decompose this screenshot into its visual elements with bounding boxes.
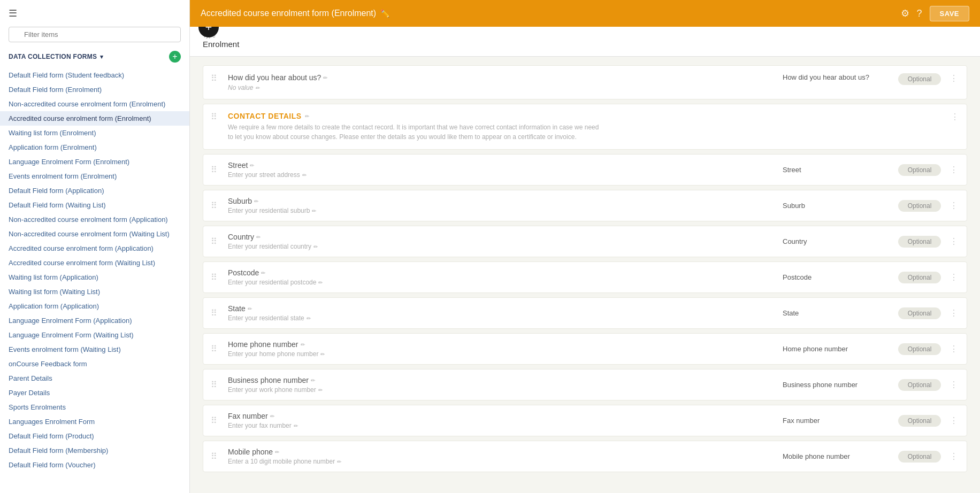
sidebar-item[interactable]: Language Enrolment Form (Application) — [0, 313, 189, 328]
hear-value-edit-icon[interactable]: ✏ — [255, 85, 259, 91]
drag-handle[interactable]: ⠿ — [211, 201, 219, 211]
drag-handle[interactable]: ⠿ — [211, 344, 219, 354]
row-menu-icon[interactable]: ⋮ — [950, 272, 959, 282]
drag-handle[interactable]: ⠿ — [211, 415, 219, 426]
sidebar-item[interactable]: Language Enrolment Form (Waiting List) — [0, 328, 189, 342]
sidebar-item[interactable]: Sports Enrolments — [0, 400, 189, 414]
sidebar-item[interactable]: Accredited course enrolment form (Enrolm… — [0, 111, 189, 126]
field-placeholder-edit-icon[interactable]: ✏ — [312, 208, 316, 214]
field-placeholder-edit-icon[interactable]: ✏ — [318, 280, 323, 286]
hear-edit-icon[interactable]: ✏ — [323, 75, 327, 81]
sidebar-item[interactable]: Non-accredited course enrolment form (Ap… — [0, 212, 189, 227]
sidebar-item[interactable]: Default Field form (Enrolment) — [0, 82, 189, 97]
field-name-edit-icon[interactable]: ✏ — [261, 270, 265, 276]
row-left: State ✏ Enter your residential state ✏ — [228, 304, 774, 322]
field-placeholder: Enter your residential suburb ✏ — [228, 207, 774, 214]
field-middle-label: State — [783, 309, 890, 317]
contact-header-content: CONTACT DETAILS ✏ We require a few more … — [228, 112, 942, 142]
sidebar-item[interactable]: Default Field form (Waiting List) — [0, 198, 189, 212]
sidebar-item[interactable]: Default Field form (Membership) — [0, 443, 189, 458]
field-name-edit-icon[interactable]: ✏ — [301, 342, 305, 348]
field-placeholder-edit-icon[interactable]: ✏ — [307, 315, 311, 321]
field-placeholder: Enter your residential state ✏ — [228, 314, 774, 322]
form-content: ⠿ How did you hear about us? ✏ No value … — [190, 57, 980, 485]
field-middle-label: Mobile phone number — [783, 452, 890, 460]
sidebar-item[interactable]: Waiting list form (Enrolment) — [0, 126, 189, 140]
contact-drag-handle[interactable]: ⠿ — [211, 112, 219, 122]
sidebar-item[interactable]: Events enrolment form (Waiting List) — [0, 342, 189, 357]
field-placeholder-edit-icon[interactable]: ✏ — [320, 351, 325, 357]
chevron-down-icon[interactable]: ▾ — [100, 53, 103, 60]
hear-middle-label: How did you hear about us? — [783, 73, 890, 81]
optional-badge: Optional — [898, 164, 941, 176]
optional-badge: Optional — [898, 307, 941, 319]
sidebar-item[interactable]: Waiting list form (Waiting List) — [0, 284, 189, 299]
drag-handle[interactable]: ⠿ — [211, 380, 219, 390]
field-row: ⠿ Fax number ✏ Enter your fax number ✏ F… — [203, 405, 967, 436]
hear-left: How did you hear about us? ✏ No value ✏ — [228, 73, 774, 91]
field-name-edit-icon[interactable]: ✏ — [254, 198, 258, 204]
sidebar-item[interactable]: Application form (Application) — [0, 299, 189, 313]
drag-handle[interactable]: ⠿ — [211, 451, 219, 461]
contact-details-section: ⠿ CONTACT DETAILS ✏ We require a few mor… — [203, 104, 967, 150]
save-button[interactable]: SAVE — [930, 6, 969, 21]
sidebar-item[interactable]: onCourse Feedback form — [0, 357, 189, 371]
sidebar-item[interactable]: Default Field form (Student feedback) — [0, 68, 189, 82]
row-left: Fax number ✏ Enter your fax number ✏ — [228, 412, 774, 429]
hamburger-icon[interactable]: ☰ — [9, 7, 17, 19]
hear-field-name: How did you hear about us? ✏ — [228, 73, 774, 82]
sidebar-item[interactable]: Non-accredited course enrolment form (Wa… — [0, 227, 189, 241]
row-left: Postcode ✏ Enter your residential postco… — [228, 268, 774, 286]
title-edit-icon[interactable]: ✏️ — [380, 9, 389, 18]
sidebar-item[interactable]: Non-accredited course enrolment form (En… — [0, 97, 189, 111]
sidebar-item[interactable]: Waiting list form (Application) — [0, 270, 189, 284]
sidebar-item[interactable]: Default Field form (Application) — [0, 183, 189, 198]
drag-handle[interactable]: ⠿ — [211, 165, 219, 175]
sidebar-item[interactable]: Default Field form (Product) — [0, 429, 189, 443]
contact-description: We require a few more details to create … — [228, 122, 602, 142]
sidebar-item[interactable]: Language Enrolment Form (Enrolment) — [0, 155, 189, 169]
hear-row-menu-icon[interactable]: ⋮ — [950, 73, 959, 83]
field-name-edit-icon[interactable]: ✏ — [270, 413, 274, 419]
field-name-edit-icon[interactable]: ✏ — [248, 306, 252, 312]
section-title: DATA COLLECTION FORMS ▾ — [9, 53, 104, 60]
contact-title-edit-icon[interactable]: ✏ — [305, 113, 309, 119]
field-name: Business phone number ✏ — [228, 376, 774, 384]
sidebar-item[interactable]: Application form (Enrolment) — [0, 140, 189, 155]
row-menu-icon[interactable]: ⋮ — [950, 380, 959, 390]
sidebar-item[interactable]: Default Field form (Voucher) — [0, 458, 189, 472]
field-name-edit-icon[interactable]: ✏ — [275, 449, 279, 455]
drag-handle[interactable]: ⠿ — [211, 272, 219, 282]
hear-optional-badge: Optional — [898, 73, 941, 85]
row-menu-icon[interactable]: ⋮ — [950, 236, 959, 247]
help-icon[interactable]: ? — [917, 8, 922, 19]
settings-icon[interactable]: ⚙ — [901, 7, 909, 19]
field-placeholder-edit-icon[interactable]: ✏ — [294, 423, 298, 429]
sidebar-item[interactable]: Payer Details — [0, 386, 189, 400]
drag-handle[interactable]: ⠿ — [211, 73, 219, 83]
sidebar-item[interactable]: Languages Enrolment Form — [0, 414, 189, 429]
sidebar-item[interactable]: Accredited course enrolment form (Waitin… — [0, 256, 189, 270]
field-placeholder-edit-icon[interactable]: ✏ — [302, 172, 307, 178]
field-name-edit-icon[interactable]: ✏ — [256, 234, 261, 240]
search-input[interactable] — [9, 27, 181, 42]
drag-handle[interactable]: ⠿ — [211, 308, 219, 318]
sidebar-item[interactable]: Parent Details — [0, 371, 189, 386]
sidebar-item[interactable]: Accredited course enrolment form (Applic… — [0, 241, 189, 256]
contact-section-menu-icon[interactable]: ⋮ — [951, 112, 959, 122]
field-placeholder: Enter your residential country ✏ — [228, 243, 774, 250]
field-placeholder-edit-icon[interactable]: ✏ — [337, 459, 341, 465]
row-menu-icon[interactable]: ⋮ — [950, 344, 959, 354]
field-placeholder-edit-icon[interactable]: ✏ — [313, 244, 318, 250]
row-menu-icon[interactable]: ⋮ — [950, 415, 959, 426]
row-menu-icon[interactable]: ⋮ — [950, 308, 959, 318]
field-name-edit-icon[interactable]: ✏ — [250, 163, 254, 168]
field-placeholder-edit-icon[interactable]: ✏ — [318, 387, 323, 393]
add-form-button[interactable]: + — [169, 51, 181, 63]
row-menu-icon[interactable]: ⋮ — [950, 201, 959, 211]
row-menu-icon[interactable]: ⋮ — [950, 451, 959, 461]
sidebar-item[interactable]: Events enrolment form (Enrolment) — [0, 169, 189, 183]
row-menu-icon[interactable]: ⋮ — [950, 165, 959, 175]
drag-handle[interactable]: ⠿ — [211, 236, 219, 247]
field-name-edit-icon[interactable]: ✏ — [311, 378, 315, 383]
